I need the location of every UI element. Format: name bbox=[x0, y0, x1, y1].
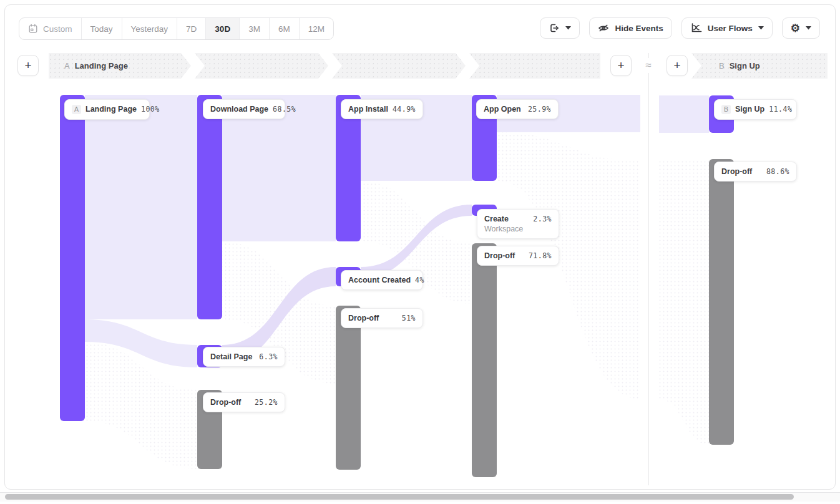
flow-node-card-install[interactable]: App Install44.9% bbox=[341, 99, 423, 119]
flow-node-pct: 25.9% bbox=[528, 105, 551, 114]
flow-node-card-detail[interactable]: Detail Page6.3% bbox=[203, 347, 285, 367]
flow-node-pct: 2.3% bbox=[533, 215, 552, 223]
flow-node-card-workspace[interactable]: Create2.3%Workspace bbox=[477, 209, 559, 239]
flow-node-card-dropoff-3[interactable]: Drop-off51% bbox=[341, 308, 423, 328]
flow-node-pct: 25.2% bbox=[255, 398, 278, 407]
flow-node-bar-dropoff-5[interactable] bbox=[709, 159, 734, 445]
flow-node-label: Download Page bbox=[210, 105, 268, 114]
flow-node-bar-landing[interactable] bbox=[60, 95, 85, 421]
flow-node-label-line2: Workspace bbox=[484, 225, 552, 233]
flow-node-pct: 100% bbox=[141, 105, 160, 114]
flow-node-label: Drop-off bbox=[210, 398, 241, 407]
flow-node-label: Drop-off bbox=[484, 251, 515, 260]
flow-node-card-dropoff-4[interactable]: Drop-off71.8% bbox=[477, 246, 559, 266]
flow-node-card-landing[interactable]: ALanding Page100% bbox=[64, 99, 150, 120]
horizontal-scrollbar-thumb[interactable] bbox=[5, 494, 794, 500]
flow-node-label: Drop-off bbox=[721, 167, 752, 176]
flow-node-card-signup[interactable]: BSign Up11.4% bbox=[714, 99, 797, 120]
step-badge: B bbox=[721, 105, 731, 114]
flow-node-card-account[interactable]: Account Created4% bbox=[341, 270, 423, 290]
step-badge: A bbox=[72, 105, 81, 114]
approx-symbol: ≈ bbox=[642, 58, 655, 73]
flow-node-label: Account Created bbox=[348, 276, 411, 284]
flow-node-label: App Install bbox=[348, 105, 388, 114]
flow-node-label: App Open bbox=[484, 105, 521, 114]
flow-node-card-open[interactable]: App Open25.9% bbox=[476, 99, 559, 119]
flow-node-pct: 88.6% bbox=[766, 167, 789, 176]
flow-node-label: Detail Page bbox=[210, 352, 252, 361]
flow-node-pct: 4% bbox=[415, 276, 424, 284]
user-flows-sankey bbox=[0, 0, 840, 504]
flow-node-label: Sign Up bbox=[735, 105, 764, 114]
flow-node-pct: 71.8% bbox=[529, 251, 552, 260]
flow-node-card-dropoff-2[interactable]: Drop-off25.2% bbox=[203, 392, 285, 412]
flow-node-pct: 51% bbox=[402, 314, 416, 322]
flow-node-label: Drop-off bbox=[348, 314, 379, 322]
horizontal-scrollbar-track[interactable] bbox=[0, 492, 840, 502]
flow-node-bar-dropoff-3[interactable] bbox=[336, 306, 361, 470]
section-divider bbox=[648, 53, 649, 485]
flow-node-pct: 11.4% bbox=[769, 105, 792, 114]
flow-node-bar-dropoff-4[interactable] bbox=[472, 243, 497, 477]
flow-link-open-dropoff-5 bbox=[659, 159, 709, 445]
flow-node-pct: 44.9% bbox=[393, 105, 416, 114]
flow-link-open-signup bbox=[659, 95, 709, 133]
flow-link-landing-download bbox=[85, 95, 197, 319]
flow-node-card-dropoff-5[interactable]: Drop-off88.6% bbox=[714, 162, 797, 182]
flow-node-pct: 6.3% bbox=[259, 352, 278, 361]
flow-link-open-dropoff-5 bbox=[497, 132, 640, 399]
flow-node-pct: 68.5% bbox=[273, 105, 296, 114]
flow-node-label: Landing Page bbox=[85, 105, 137, 114]
flow-node-bar-download[interactable] bbox=[197, 95, 222, 319]
flow-node-label: Create bbox=[484, 215, 509, 223]
flow-node-card-download[interactable]: Download Page68.5% bbox=[203, 99, 285, 119]
